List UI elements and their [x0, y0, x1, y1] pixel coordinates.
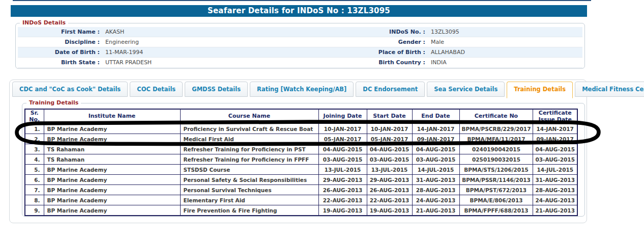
cell-course: Fire Prevention & Fire Fighting: [180, 205, 318, 216]
cell-start-date: 03-AUG-2015: [367, 154, 412, 165]
cell-start-date: 05-JAN-2017: [367, 134, 412, 144]
field-row: Date of Birth : 11-MAR-1994 Place of Bir…: [18, 47, 582, 58]
cell-issue-date: 09-JAN-2017: [533, 134, 577, 144]
top-divider: [13, 0, 591, 1]
cell-joining-date: 13-JUL-2015: [318, 165, 367, 175]
column-header-institute-name: Institute Name: [44, 109, 180, 124]
cell-institute: BP Marine Academy: [44, 134, 180, 144]
table-row: 6. BP Marine Academy Personal Safety & S…: [25, 175, 577, 185]
cell-sr-no: 3.: [25, 144, 44, 154]
date-of-birth-value: 11-MAR-1994: [102, 47, 328, 57]
cell-course: Personal Safety & Social Responsibilitie…: [180, 175, 318, 185]
cell-sr-no: 9.: [25, 205, 44, 216]
column-header-sr-no: Sr. No.: [25, 109, 44, 124]
cell-issue-date: 31-AUG-2013: [533, 175, 577, 185]
cell-joining-date: 10-JAN-2017: [318, 124, 367, 134]
cell-sr-no: 8.: [25, 195, 44, 205]
cell-end-date: 21-AUG-2013: [412, 205, 459, 216]
cell-course: STSDSD Course: [180, 165, 318, 175]
indos-details-fields: First Name : AKASH INDoS No. : 13ZL3095 …: [18, 27, 582, 68]
tab-coc-details[interactable]: COC Details: [130, 82, 183, 97]
cell-course: Elementary First Aid: [180, 195, 318, 205]
tab-bar: CDC and "CoC as Cook" Details COC Detail…: [12, 82, 644, 98]
tab-cdc-coc-as-cook-details[interactable]: CDC and "CoC as Cook" Details: [12, 82, 128, 97]
table-row: 5. BP Marine Academy STSDSD Course 13-JU…: [25, 165, 577, 175]
cell-certificate-no: BPMA/MFA/11/2017: [459, 134, 533, 144]
cell-end-date: 24-AUG-2013: [412, 195, 459, 205]
cell-start-date: 26-AUG-2013: [367, 185, 412, 195]
cell-end-date: 14-JUL-2015: [412, 165, 459, 175]
table-row: 4. TS Rahaman Refresher Training for Pro…: [25, 154, 577, 165]
cell-sr-no: 2.: [25, 134, 44, 144]
cell-certificate-no: BPMA/PSSR/1146/2013: [459, 175, 533, 185]
cell-end-date: 14-JAN-2017: [412, 124, 459, 134]
gender-label: Gender :: [328, 37, 428, 47]
date-of-birth-label: Date of Birth :: [18, 47, 102, 57]
cell-sr-no: 4.: [25, 154, 44, 165]
page-title: Seafarer Details for INDoS No : 13ZL3095: [11, 5, 587, 17]
column-header-course-name: Course Name: [180, 109, 318, 124]
cell-institute: BP Marine Academy: [44, 175, 180, 185]
cell-certificate-no: BPMA/STS/1206/2015: [459, 165, 533, 175]
cell-issue-date: 21-AUG-2013: [533, 205, 577, 216]
field-row: Discipline : Engineering Gender : Male: [18, 37, 582, 47]
cell-start-date: 29-AUG-2013: [367, 175, 412, 185]
cell-joining-date: 04-AUG-2015: [318, 144, 367, 154]
indos-no-label: INDoS No. :: [328, 27, 428, 37]
training-details-legend: Training Details: [26, 99, 81, 106]
place-of-birth-value: ALLAHABAD: [428, 47, 582, 57]
cell-certificate-no: 0240190042015: [459, 144, 533, 154]
table-header-row: Sr. No. Institute Name Course Name Joini…: [25, 109, 577, 124]
table-row: 1. BP Marine Academy Proficiency in Surv…: [25, 124, 577, 134]
cell-certificate-no: BPMA/PSCRB/229/2017: [459, 124, 533, 134]
place-of-birth-label: Place of Birth :: [328, 47, 428, 57]
birth-country-label: Birth Country :: [328, 58, 428, 67]
birth-country-value: INDIA: [428, 58, 582, 67]
cell-course: Medical First Aid: [180, 134, 318, 144]
column-header-joining-date: Joining Date: [318, 109, 367, 124]
cell-end-date: 04-AUG-2015: [412, 144, 459, 154]
cell-issue-date: 03-AUG-2015: [533, 154, 577, 165]
tab-sea-service-details[interactable]: Sea Service Details: [427, 82, 505, 97]
cell-institute: BP Marine Academy: [44, 205, 180, 216]
cell-certificate-no: BPMA/E/806/2013: [459, 195, 533, 205]
birth-state-label: Birth State :: [18, 58, 102, 67]
cell-start-date: 22-AUG-2013: [367, 195, 412, 205]
cell-end-date: 28-AUG-2013: [412, 185, 459, 195]
table-row: 9. BP Marine Academy Fire Prevention & F…: [25, 205, 577, 216]
cell-course: Refresher Training for Proficiency in PS…: [180, 144, 318, 154]
cell-sr-no: 7.: [25, 185, 44, 195]
training-details-table: Sr. No. Institute Name Course Name Joini…: [24, 109, 578, 216]
cell-issue-date: 14-JAN-2017: [533, 124, 577, 134]
cell-issue-date: 24-AUG-2013: [533, 195, 577, 205]
table-row: 8. BP Marine Academy Elementary First Ai…: [25, 195, 577, 205]
discipline-value: Engineering: [102, 37, 328, 47]
cell-joining-date: 22-AUG-2013: [318, 195, 367, 205]
tab-rating-watch-keeping-ab[interactable]: Rating [Watch Keeping/AB]: [250, 82, 354, 97]
cell-joining-date: 19-AUG-2013: [318, 205, 367, 216]
indos-details-legend: INDoS Details: [20, 19, 68, 26]
cell-sr-no: 6.: [25, 175, 44, 185]
cell-course: Proficiency in Survival Craft & Rescue B…: [180, 124, 318, 134]
column-header-end-date: End Date: [412, 109, 459, 124]
table-row: 2. BP Marine Academy Medical First Aid 0…: [25, 134, 577, 144]
table-row: 7. BP Marine Academy Personal Survival T…: [25, 185, 577, 195]
cell-institute: BP Marine Academy: [44, 185, 180, 195]
tab-gmdss-details[interactable]: GMDSS Details: [185, 82, 248, 97]
tab-dc-endorsement[interactable]: DC Endorsement: [356, 82, 425, 97]
field-row: Birth State : UTTAR PRADESH Birth Countr…: [18, 58, 582, 68]
cell-end-date: 09-JAN-2017: [412, 134, 459, 144]
birth-state-value: UTTAR PRADESH: [102, 58, 328, 67]
field-row: First Name : AKASH INDoS No. : 13ZL3095: [18, 27, 582, 37]
column-header-certificate-no: Certificate No: [459, 109, 533, 124]
cell-issue-date: 04-AUG-2015: [533, 144, 577, 154]
tab-training-details[interactable]: Training Details: [507, 82, 573, 98]
cell-institute: BP Marine Academy: [44, 195, 180, 205]
cell-start-date: 10-JAN-2017: [367, 124, 412, 134]
first-name-value: AKASH: [102, 27, 328, 37]
cell-sr-no: 5.: [25, 165, 44, 175]
cell-start-date: 19-AUG-2013: [367, 205, 412, 216]
cell-institute: TS Rahaman: [44, 154, 180, 165]
tab-medical-fitness-certificate[interactable]: Medical Fitness Certificate: [575, 82, 644, 97]
cell-course: Personal Survival Techniques: [180, 185, 318, 195]
